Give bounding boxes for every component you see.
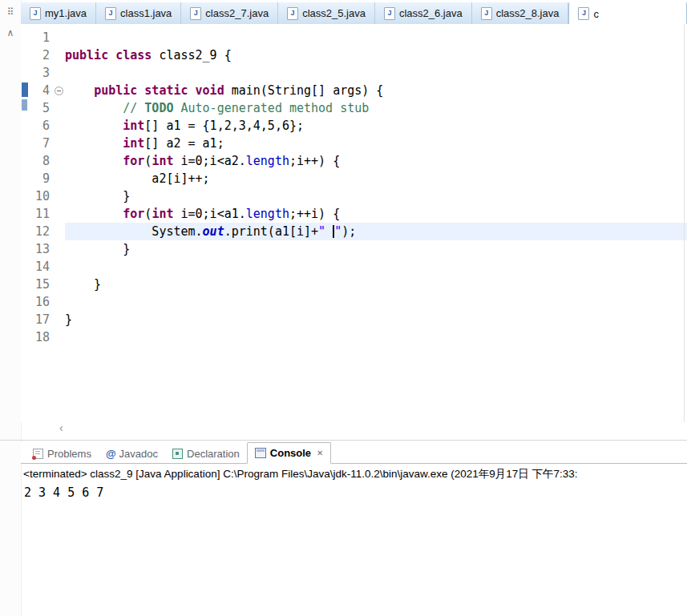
fold-cell — [52, 135, 65, 152]
code-token: ;++i) { — [289, 207, 340, 221]
code-token: } — [65, 242, 130, 256]
line-number[interactable]: 4 — [28, 82, 52, 99]
fold-cell — [52, 223, 65, 240]
editor-tab-label: my1.java — [45, 7, 87, 19]
editor-tab-my1.java[interactable]: Jmy1.java — [21, 2, 96, 24]
code-token: for — [123, 207, 144, 221]
line-number[interactable]: 2 — [28, 46, 52, 64]
fold-cell — [52, 29, 65, 46]
code-line-7: int[] a2 = a1; — [65, 135, 687, 152]
annotation-ruler[interactable] — [21, 24, 28, 422]
editor-console-sash[interactable] — [0, 440, 687, 441]
code-token: i=0;i<a1. — [173, 207, 245, 221]
java-file-icon: J — [30, 7, 41, 20]
code-token: } — [65, 312, 72, 327]
view-tab-javadoc[interactable]: @Javadoc — [99, 444, 165, 463]
restore-chevron-icon[interactable]: ∧ — [3, 26, 18, 40]
code-token: length — [246, 207, 289, 221]
line-number[interactable]: 9 — [28, 170, 52, 187]
view-tab-problems[interactable]: Problems — [26, 444, 99, 463]
line-number[interactable]: 17 — [28, 311, 52, 328]
fold-cell — [52, 293, 65, 311]
line-number[interactable]: 12 — [28, 223, 52, 240]
code-token: a2[i]++; — [65, 171, 210, 186]
console-output[interactable]: 2 3 4 5 6 7 — [24, 485, 103, 500]
line-number[interactable]: 6 — [28, 117, 52, 135]
line-number[interactable]: 8 — [28, 152, 52, 170]
folding-ruler[interactable] — [52, 24, 65, 422]
fold-cell — [52, 117, 65, 135]
code-token — [65, 101, 123, 115]
editor-tab-class2_5.java[interactable]: Jclass2_5.java — [278, 2, 375, 24]
editor-tab-label: class2_8.java — [496, 7, 560, 19]
declaration-icon — [172, 449, 183, 459]
code-token — [65, 154, 123, 168]
code-token — [65, 119, 123, 133]
code-area[interactable]: public class class2_9 { public static vo… — [65, 24, 687, 422]
line-number[interactable]: 13 — [28, 240, 52, 258]
code-token: } — [65, 189, 130, 203]
fold-cell — [52, 152, 65, 170]
editor-tab-class2_8.java[interactable]: Jclass2_8.java — [472, 2, 569, 24]
scroll-left-arrow-icon[interactable]: ‹ — [59, 421, 63, 434]
editor-tab-class2_7.java[interactable]: Jclass2_7.java — [181, 2, 278, 24]
horizontal-scrollbar[interactable]: ‹ — [58, 422, 687, 435]
code-token — [65, 207, 123, 221]
code-token: class2_9 { — [152, 48, 231, 62]
code-line-14 — [65, 258, 687, 276]
java-file-icon: J — [481, 7, 492, 20]
code-token: " — [334, 224, 341, 239]
code-editor[interactable]: 123456789101112131415161718 public class… — [21, 24, 687, 422]
fold-collapse-icon[interactable] — [55, 87, 63, 95]
line-number-ruler[interactable]: 123456789101112131415161718 — [28, 24, 52, 422]
line-number[interactable]: 7 — [28, 135, 52, 152]
minimized-view-strip: ⠿ ∧ — [0, 0, 22, 616]
fold-cell — [52, 82, 65, 99]
java-file-icon: J — [105, 7, 116, 20]
java-file-icon: J — [578, 7, 589, 20]
java-file-icon: J — [190, 7, 201, 20]
view-tab-declaration[interactable]: Declaration — [165, 444, 247, 463]
code-line-15: } — [65, 276, 687, 293]
fold-cell — [52, 64, 65, 82]
minimized-view-icon[interactable]: ⠿ — [3, 5, 18, 19]
close-icon[interactable]: ✕ — [317, 449, 323, 457]
editor-tab-label: class2_5.java — [302, 7, 366, 19]
code-token: int — [123, 119, 144, 133]
vertical-scrollbar[interactable] — [684, 24, 685, 434]
line-number[interactable]: 5 — [28, 99, 52, 117]
code-token: int — [123, 136, 144, 151]
code-token: i=0;i<a2. — [173, 154, 245, 168]
line-number[interactable]: 1 — [28, 29, 52, 46]
line-number[interactable]: 16 — [28, 293, 52, 311]
problems-icon — [33, 449, 43, 459]
fold-cell — [52, 170, 65, 187]
code-token: System. — [65, 224, 203, 239]
code-token: ); — [341, 224, 356, 239]
line-number[interactable]: 3 — [28, 64, 52, 82]
code-line-4: public static void main(String[] args) { — [65, 82, 687, 99]
line-number[interactable]: 11 — [28, 205, 52, 223]
code-token: TODO — [144, 101, 173, 115]
code-token: // — [123, 101, 144, 115]
view-tab-label: Javadoc — [119, 448, 158, 460]
code-token: main(String[] args) { — [224, 83, 384, 98]
line-number[interactable]: 14 — [28, 258, 52, 276]
editor-tab-bar: Jmy1.javaJclass1.javaJclass2_7.javaJclas… — [21, 2, 687, 25]
code-token — [65, 136, 123, 151]
line-number[interactable]: 18 — [28, 328, 52, 346]
code-token: [] a1 = {1,2,3,4,5,6}; — [144, 119, 304, 133]
console-icon — [255, 448, 266, 458]
editor-tab-class2_6.java[interactable]: Jclass2_6.java — [375, 2, 472, 24]
editor-tab-label: c — [593, 8, 599, 20]
code-token: .print(a1[i]+ — [224, 224, 318, 239]
view-tab-console[interactable]: Console✕ — [247, 442, 332, 464]
change-marker — [22, 83, 28, 97]
line-number[interactable]: 10 — [28, 187, 52, 205]
line-number[interactable]: 15 — [28, 276, 52, 293]
change-marker — [22, 99, 27, 111]
editor-tab-class1.java[interactable]: Jclass1.java — [96, 2, 181, 24]
code-token: [] a2 = a1; — [144, 136, 224, 151]
code-token: int — [152, 207, 173, 221]
editor-tab-c[interactable]: Jc — [568, 2, 687, 25]
